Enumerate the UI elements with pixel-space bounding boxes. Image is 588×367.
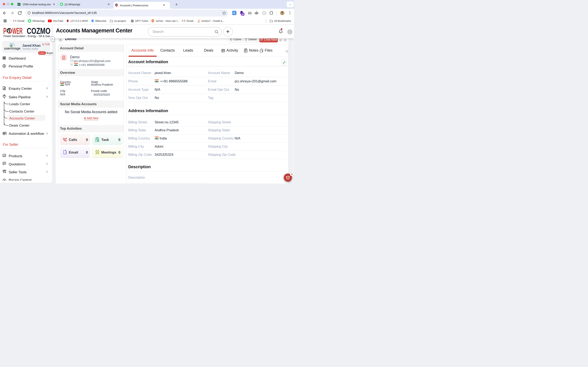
svg-text:F: F [233,12,234,14]
svg-text:AI: AI [4,133,4,134]
svg-text:22: 22 [242,13,244,15]
svg-text:{..}: {..} [263,12,265,14]
svg-text:Power Generation - Energy - Oi: Power Generation - Energy - Oil & Gas [3,34,50,38]
svg-text:ask: ask [152,20,154,21]
svg-text:X: X [18,3,19,5]
svg-text:$: $ [4,94,5,96]
